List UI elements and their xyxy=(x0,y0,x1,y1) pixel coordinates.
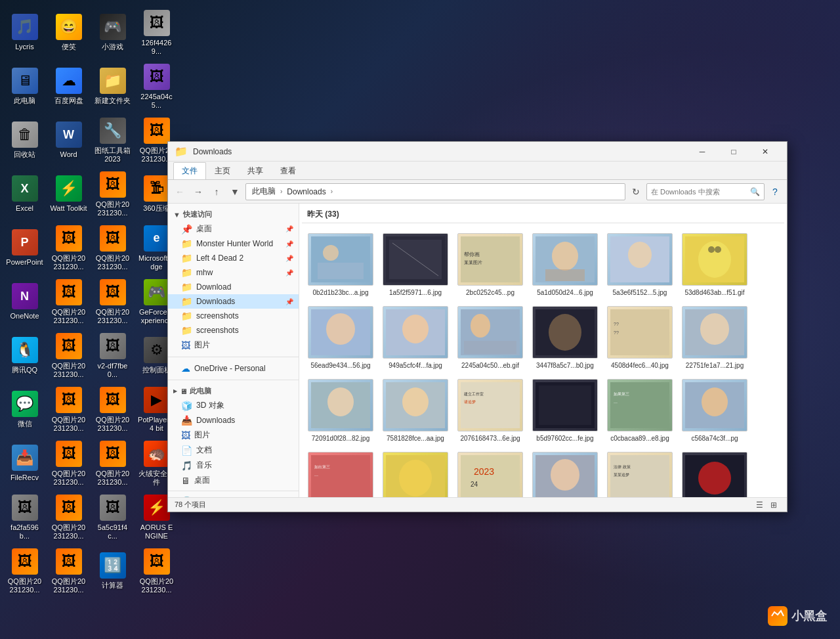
icon-qqimg7[interactable]: 🖼 QQ图片20231230... xyxy=(47,330,90,382)
view-buttons: ☰ ⊞ xyxy=(753,499,780,511)
file-item[interactable]: b5d97602cc...fe.jpg xyxy=(529,376,601,446)
file-item[interactable]: e1df8fc1f5...cf.jpg xyxy=(529,449,601,497)
file-item[interactable]: c568a74c3f...pg xyxy=(679,376,751,446)
icon-recycle[interactable]: 🗑 回收站 xyxy=(3,114,46,167)
icon-qqimg10[interactable]: 🖼 QQ图片20231230... xyxy=(47,437,90,490)
nav-item-l4d2[interactable]: 📁 Left 4 Dead 2 📌 xyxy=(168,251,299,265)
icon-thispc[interactable]: 🖥 此电脑 xyxy=(3,60,46,113)
nav-item-screenshots1[interactable]: 📁 screenshots xyxy=(168,309,299,323)
icon-img2245[interactable]: 🖼 2245a04c5... xyxy=(135,60,178,113)
file-item[interactable]: 949a5cfc4f...fa.jpg xyxy=(379,303,452,373)
icon-qqimg2[interactable]: 🖼 QQ图片20231230... xyxy=(91,168,134,221)
file-item[interactable]: 202324 dd3ac3b914...04.jpg xyxy=(454,449,526,497)
file-item[interactable]: f0b3ffe89b...8d.gif xyxy=(679,449,751,497)
nav-item-pictures-pc[interactable]: 🖼 图片 xyxy=(168,428,299,443)
nav-item-mhw[interactable]: 📁 Monster Hunter World 📌 xyxy=(168,236,299,251)
file-item[interactable]: 3447f8a5c7...b0.jpg xyxy=(529,303,601,373)
icon-bianjiao[interactable]: 😄 便笑 xyxy=(47,7,90,59)
icon-qqimg9[interactable]: 🖼 QQ图片20231230... xyxy=(91,384,134,436)
file-item[interactable]: 5a1d050d24...6.jpg xyxy=(529,230,601,300)
nav-item-download[interactable]: 📁 Download xyxy=(168,280,299,294)
up-button[interactable]: ↑ xyxy=(209,184,224,200)
pin-icon: 📌 xyxy=(285,298,293,305)
nav-item-onedrive[interactable]: ☁ OneDrive - Personal xyxy=(168,361,299,376)
forward-button[interactable]: → xyxy=(190,184,206,200)
qqimg-icon: 🖼 xyxy=(56,441,82,467)
icon-filerecv[interactable]: 📥 FileRecv xyxy=(3,437,46,490)
tab-file[interactable]: 文件 xyxy=(173,162,206,179)
nav-item-music[interactable]: 🎵 音乐 xyxy=(168,458,299,473)
grid-view-button[interactable]: ⊞ xyxy=(767,499,780,511)
file-item[interactable]: 53d8d463ab...f51.gif xyxy=(679,230,751,300)
tab-share[interactable]: 共享 xyxy=(239,162,272,179)
back-button[interactable]: ← xyxy=(172,184,188,200)
icon-watt[interactable]: ⚡ Watt Toolkit xyxy=(47,168,90,221)
icon-qqimg12[interactable]: 🖼 QQ图片20231230... xyxy=(47,491,90,544)
help-button[interactable]: ? xyxy=(767,184,783,200)
address-computer[interactable]: 此电脑 xyxy=(250,186,278,197)
file-item[interactable]: 7581828fce...aa.jpg xyxy=(379,376,452,446)
file-item[interactable]: 22751fe1a7...21.jpg xyxy=(679,303,751,373)
nav-item-desktop[interactable]: 📌 桌面 📌 xyxy=(168,221,299,236)
icon-games[interactable]: 🎮 小游戏 xyxy=(91,7,134,59)
nav-item-downloads-pc[interactable]: 📥 Downloads xyxy=(168,413,299,428)
address-bar[interactable]: 此电脑 › Downloads › xyxy=(245,183,625,200)
icon-word[interactable]: W Word xyxy=(47,114,90,167)
icon-qqimg5[interactable]: 🖼 QQ图片20231230... xyxy=(47,276,90,328)
nav-item-downloads[interactable]: 📁 Downloads 📌 xyxy=(168,294,299,309)
icon-qq[interactable]: 🐧 腾讯QQ xyxy=(3,330,46,382)
icon-qqimg15[interactable]: 🖼 QQ图片20231230... xyxy=(135,545,178,598)
file-item[interactable]: 如出第三... cabb57da3e...e9.jpg xyxy=(304,449,377,497)
icon-qqimg8[interactable]: 🖼 QQ图片20231230... xyxy=(47,384,90,436)
nav-item-pictures[interactable]: 🖼 图片 xyxy=(168,338,299,353)
refresh-button[interactable]: ↻ xyxy=(628,184,644,200)
icon-qqimg11[interactable]: 🖼 QQ图片20231230... xyxy=(91,437,134,490)
nav-item-mhw2[interactable]: 📁 mhw 📌 xyxy=(168,265,299,280)
file-item[interactable]: 72091d0f28...82.jpg xyxy=(304,376,377,446)
close-button[interactable]: ✕ xyxy=(750,142,780,162)
icon-qqimg3[interactable]: 🖼 QQ图片20231230... xyxy=(47,222,90,275)
icon-lycris[interactable]: 🎵 Lycris xyxy=(3,7,46,59)
file-item[interactable]: 0b2d1b23bc...a.jpg xyxy=(304,230,377,300)
icon-tool[interactable]: 🔧 图纸工具箱2023 xyxy=(91,114,134,167)
minimize-button[interactable]: ─ xyxy=(687,142,717,162)
file-item[interactable]: 5a3e6f5152...5.jpg xyxy=(604,230,676,300)
nav-item-desktop-pc[interactable]: 🖥 桌面 xyxy=(168,473,299,488)
icon-126f[interactable]: 🖼 126f44269... xyxy=(135,7,178,59)
file-item[interactable]: 1a5f2f5971...6.jpg xyxy=(379,230,452,300)
icon-wechat[interactable]: 💬 微信 xyxy=(3,384,46,436)
icon-fa2fa[interactable]: 🖼 fa2fa596b... xyxy=(3,491,46,544)
icon-qqimg14[interactable]: 🖼 QQ图片20231230... xyxy=(47,545,90,598)
file-item[interactable]: 建立工作室请追梦 2076168473...6e.jpg xyxy=(454,376,526,446)
nav-item-documents[interactable]: 📄 文档 xyxy=(168,443,299,458)
maximize-button[interactable]: □ xyxy=(719,142,749,162)
icon-newfolder[interactable]: 📁 新建文件夹 xyxy=(91,60,134,113)
tab-view[interactable]: 查看 xyxy=(272,162,304,179)
file-item[interactable]: 法律 政策某某追梦 e136adc9a1...d7.jpg xyxy=(604,449,676,497)
icon-5a5c[interactable]: 🖼 5a5c91f4c... xyxy=(91,491,134,544)
file-item[interactable]: 帮你画某某图片 2bc0252c45...pg xyxy=(454,230,526,300)
icon-baidu[interactable]: ☁ 百度网盘 xyxy=(47,60,90,113)
nav-item-3dobjects[interactable]: 🧊 3D 对象 xyxy=(168,398,299,413)
icon-qqimg6[interactable]: 🖼 QQ图片20231230... xyxy=(91,276,134,328)
icon-qqimg4[interactable]: 🖼 QQ图片20231230... xyxy=(91,222,134,275)
file-item[interactable]: 如果第三... c0cbacaa89...e8.jpg xyxy=(604,376,676,446)
icon-qqimg13[interactable]: 🖼 QQ图片20231230... xyxy=(3,545,46,598)
icon-calc[interactable]: 🔢 计算器 xyxy=(91,545,134,598)
recent-locations-button[interactable]: ▼ xyxy=(227,184,243,200)
list-view-button[interactable]: ☰ xyxy=(753,499,766,511)
file-item[interactable]: 56ead9e434...56.jpg xyxy=(304,303,377,373)
search-input[interactable] xyxy=(651,188,747,196)
file-item[interactable]: 2245a04c50...eb.gif xyxy=(454,303,526,373)
address-downloads[interactable]: Downloads xyxy=(285,187,327,196)
icon-ppt[interactable]: P PowerPoint xyxy=(3,222,46,275)
search-icon: 🔍 xyxy=(750,187,760,196)
tab-home[interactable]: 主页 xyxy=(206,162,239,179)
icon-onenote[interactable]: N OneNote xyxy=(3,276,46,328)
svg-point-16 xyxy=(708,246,715,253)
file-item[interactable]: d9360c005d...07.jpg xyxy=(379,449,452,497)
nav-item-screenshots2[interactable]: 📁 screenshots xyxy=(168,323,299,338)
file-item[interactable]: ?? ?? 4508d4fec6...40.jpg xyxy=(604,303,676,373)
icon-excel[interactable]: X Excel xyxy=(3,168,46,221)
icon-v2[interactable]: 🖼 v2-df7fbe0... xyxy=(91,330,134,382)
